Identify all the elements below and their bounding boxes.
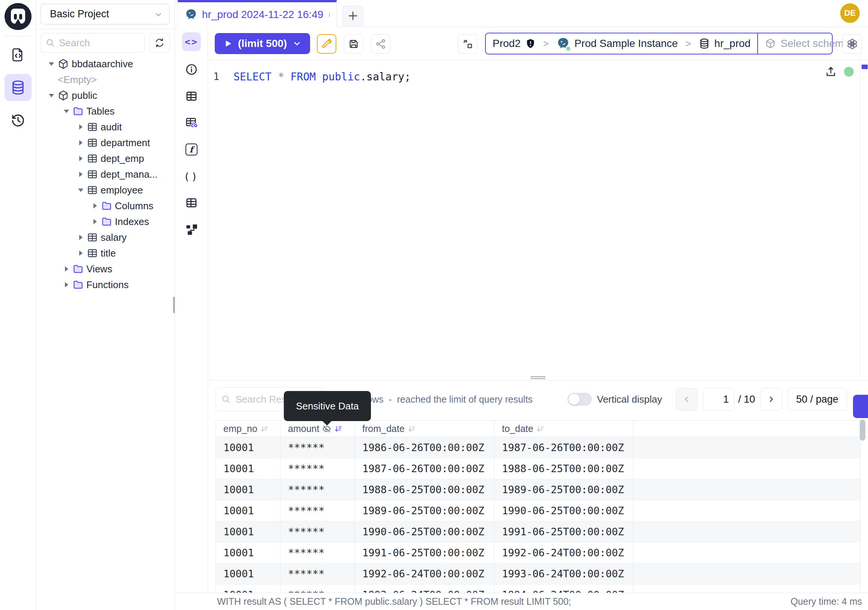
breadcrumb-instance[interactable]: Prod Sample Instance xyxy=(550,33,685,54)
cell-amount-masked[interactable]: ****** xyxy=(281,458,355,479)
editor-scrollbar[interactable] xyxy=(860,60,868,377)
cell-from-date[interactable]: 1990-06-25T00:00:00Z xyxy=(355,522,494,542)
sidebar-search-input[interactable] xyxy=(59,37,140,49)
column-header-amount[interactable]: amount xyxy=(281,421,355,437)
export-button[interactable] xyxy=(853,395,868,418)
cell-from-date[interactable]: 1988-06-25T00:00:00Z xyxy=(355,479,494,500)
table-row[interactable]: 10001 ****** 1987-06-26T00:00:00Z 1988-0… xyxy=(216,458,860,479)
sql-editor[interactable]: 1SELECT * FROM public.salary; xyxy=(208,60,868,377)
tree-item-salary[interactable]: salary xyxy=(36,230,175,245)
caret-right-icon[interactable] xyxy=(63,266,70,272)
caret-right-icon[interactable] xyxy=(78,124,84,130)
project-selector[interactable]: Basic Project xyxy=(40,4,170,25)
tree-item-indexes[interactable]: Indexes xyxy=(36,214,175,230)
tab-hr-prod[interactable]: hr_prod 2024-11-22 16:49 xyxy=(178,0,337,27)
tree-item-title[interactable]: title xyxy=(36,245,175,261)
cell-to-date[interactable]: 1994-06-24T00:00:00Z xyxy=(494,584,633,593)
cell-to-date[interactable]: 1991-06-25T00:00:00Z xyxy=(494,522,633,542)
cell-emp-no[interactable]: 10001 xyxy=(216,458,281,479)
breadcrumb-environment[interactable]: Prod2 xyxy=(486,33,542,54)
procedures-icon[interactable]: () xyxy=(185,170,198,183)
sort-icon-active[interactable] xyxy=(334,425,343,433)
bytebase-logo[interactable] xyxy=(5,3,31,30)
tree-item-dept-manager[interactable]: dept_mana... xyxy=(36,166,175,182)
table-scrollbar-thumb[interactable] xyxy=(860,419,865,441)
tree-item-public[interactable]: public xyxy=(36,87,175,103)
cell-amount-masked[interactable]: ****** xyxy=(281,522,355,542)
cell-emp-no[interactable]: 10001 xyxy=(216,584,281,593)
cell-emp-no[interactable]: 10001 xyxy=(216,522,281,542)
cell-emp-no[interactable]: 10001 xyxy=(216,542,281,563)
caret-right-icon[interactable] xyxy=(91,219,98,224)
cell-to-date[interactable]: 1988-06-25T00:00:00Z xyxy=(494,458,633,479)
caret-down-icon[interactable] xyxy=(78,189,84,192)
page-size-select[interactable]: 50 / page xyxy=(787,388,847,411)
cell-amount-masked[interactable]: ****** xyxy=(281,542,355,563)
external-table-icon[interactable] xyxy=(185,196,198,209)
avatar[interactable]: DE xyxy=(840,3,860,23)
column-header-to-date[interactable]: to_date xyxy=(494,421,633,437)
tree-item-bbdataarchive[interactable]: bbdataarchive xyxy=(36,56,175,72)
sort-icon[interactable] xyxy=(260,425,268,433)
caret-right-icon[interactable] xyxy=(91,203,98,208)
cell-emp-no[interactable]: 10001 xyxy=(216,500,281,522)
upload-icon[interactable] xyxy=(825,65,837,78)
cell-emp-no[interactable]: 10001 xyxy=(216,563,281,584)
schema-selector[interactable]: Select schema xyxy=(757,33,856,54)
table-row[interactable]: 10001 ****** 1990-06-25T00:00:00Z 1991-0… xyxy=(216,522,860,542)
next-page-button[interactable] xyxy=(760,388,782,411)
tree-item-department[interactable]: department xyxy=(36,135,175,151)
functions-icon[interactable]: f xyxy=(185,143,198,156)
save-button[interactable] xyxy=(344,34,363,54)
table-row[interactable]: 10001 ****** 1992-06-24T00:00:00Z 1993-0… xyxy=(216,563,860,584)
cell-emp-no[interactable]: 10001 xyxy=(216,437,281,458)
eye-off-icon[interactable] xyxy=(322,424,331,433)
cell-amount-masked[interactable]: ****** xyxy=(281,437,355,458)
cell-from-date[interactable]: 1991-06-25T00:00:00Z xyxy=(355,542,494,563)
tree-item-tables[interactable]: Tables xyxy=(36,103,175,119)
table-row[interactable]: 10001 ****** 1986-06-26T00:00:00Z 1987-0… xyxy=(216,437,860,458)
databases-nav-button[interactable] xyxy=(5,74,31,101)
cell-amount-masked[interactable]: ****** xyxy=(281,500,355,522)
table-row[interactable]: 10001 ****** 1989-06-25T00:00:00Z 1990-0… xyxy=(216,500,860,522)
caret-down-icon[interactable] xyxy=(63,110,70,113)
tree-item-columns[interactable]: Columns xyxy=(36,198,175,214)
caret-right-icon[interactable] xyxy=(78,140,84,145)
worksheets-nav-button[interactable] xyxy=(5,41,31,68)
info-icon[interactable] xyxy=(185,63,198,76)
cell-from-date[interactable]: 1989-06-25T00:00:00Z xyxy=(355,500,494,522)
code-line-1[interactable]: 1SELECT * FROM public.salary; xyxy=(208,68,411,85)
cell-emp-no[interactable]: 10001 xyxy=(216,479,281,500)
new-tab-button[interactable] xyxy=(343,6,363,26)
table-row[interactable]: 10001 ****** 1991-06-25T00:00:00Z 1992-0… xyxy=(216,542,860,563)
cell-to-date[interactable]: 1993-06-24T00:00:00Z xyxy=(494,563,633,584)
tree-item-dept-emp[interactable]: dept_emp xyxy=(36,151,175,166)
table-row[interactable]: 10001 ****** 1988-06-25T00:00:00Z 1989-0… xyxy=(216,479,860,500)
breadcrumb-database[interactable]: hr_prod xyxy=(692,33,758,54)
column-header-emp-no[interactable]: emp_no xyxy=(216,421,281,437)
schema-diagram-icon[interactable] xyxy=(185,223,198,236)
code-view-button[interactable]: <> xyxy=(182,32,201,51)
cell-to-date[interactable]: 1987-06-26T00:00:00Z xyxy=(494,437,633,458)
cell-to-date[interactable]: 1989-06-25T00:00:00Z xyxy=(494,479,633,500)
sensitive-table-icon[interactable] xyxy=(185,116,198,129)
cell-to-date[interactable]: 1990-06-25T00:00:00Z xyxy=(494,500,633,522)
ai-assistant-button[interactable] xyxy=(842,34,862,54)
sidebar-search[interactable] xyxy=(40,33,145,53)
caret-right-icon[interactable] xyxy=(78,250,84,256)
chevron-down-icon[interactable] xyxy=(292,39,302,48)
table-info-icon[interactable] xyxy=(185,90,198,102)
sort-icon[interactable] xyxy=(408,425,416,433)
tree-item-functions[interactable]: Functions xyxy=(36,277,175,293)
cell-from-date[interactable]: 1993-06-24T00:00:00Z xyxy=(355,584,494,593)
refresh-button[interactable] xyxy=(149,33,170,53)
page-number-input[interactable] xyxy=(703,388,734,411)
cell-from-date[interactable]: 1992-06-24T00:00:00Z xyxy=(355,563,494,584)
cell-from-date[interactable]: 1986-06-26T00:00:00Z xyxy=(355,437,494,458)
tree-item-employee[interactable]: employee xyxy=(36,182,175,198)
format-sql-button[interactable] xyxy=(317,34,336,54)
tree-item-views[interactable]: Views xyxy=(36,261,175,277)
cell-amount-masked[interactable]: ****** xyxy=(281,584,355,593)
caret-down-icon[interactable] xyxy=(48,62,55,66)
caret-down-icon[interactable] xyxy=(48,94,55,97)
